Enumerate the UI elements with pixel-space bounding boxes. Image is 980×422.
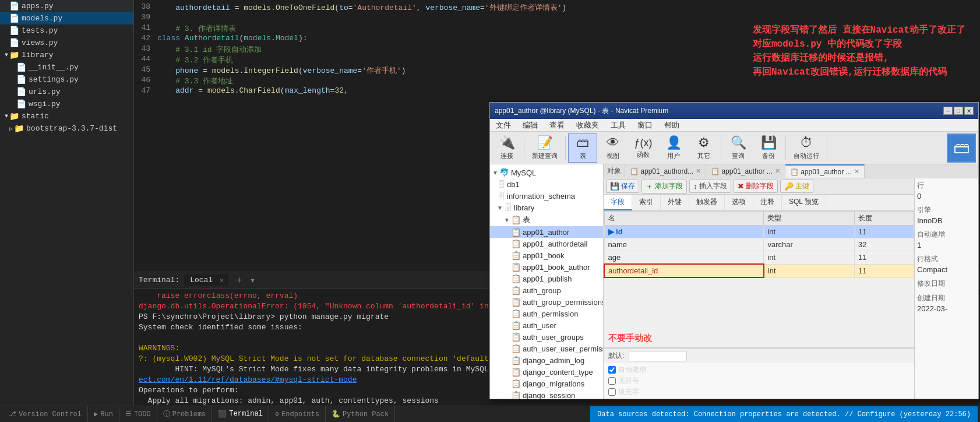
tree-item-app01-author[interactable]: 📋 app01_author [490, 226, 603, 238]
field-tab-comments[interactable]: 注释 [753, 195, 782, 210]
bottom-tab-python-pack[interactable]: 🐍 Python Pack [326, 406, 395, 423]
navicat-toolbar-new-query[interactable]: 📝 新建查询 [527, 133, 563, 163]
sidebar-item-static-folder[interactable]: ▼ 📁 static [0, 110, 133, 122]
terminal-link[interactable]: ect.com/en/1.11/ref/databases/#mysql-str… [139, 375, 357, 384]
terminal-tab-close-icon[interactable]: ✕ [220, 277, 224, 284]
navicat-toolbar-view[interactable]: 👁 视图 [598, 133, 628, 163]
tree-item-django-admin-log[interactable]: 📋 django_admin_log [490, 354, 603, 366]
navicat-menu-view[interactable]: 查看 [544, 119, 570, 131]
bottom-tab-version-control[interactable]: ⎇ Version Control [2, 406, 88, 423]
table-row-authordetail-id[interactable]: authordetail_id int 11 [604, 264, 914, 277]
tab-panel-label: 对象 [604, 164, 625, 178]
navicat-menu-help[interactable]: 帮助 [658, 119, 685, 131]
navicat-table-area: 💾 保存 ＋ 添加字段 ↕ 插入字段 ✖ 删除 [604, 178, 978, 399]
navicat-toolbar-auto-run[interactable]: ⏱ 自动运行 [788, 133, 824, 163]
tree-item-django-content-type[interactable]: 📋 django_content_type [490, 366, 603, 378]
tree-item-information-schema[interactable]: 🗄 information_schema [490, 190, 603, 202]
sidebar-item-urls-py[interactable]: 📄 urls.py [0, 86, 133, 98]
terminal-dropdown-btn[interactable]: ▾ [249, 273, 257, 287]
tree-item-django-migrations[interactable]: 📋 django_migrations [490, 378, 603, 389]
sidebar-item-wsgi-py[interactable]: 📄 wsgi.py [0, 98, 133, 110]
navicat-toolbar-table[interactable]: 🗃 表 [568, 133, 597, 163]
tree-item-auth-group-permissions[interactable]: 📋 auth_group_permissions [490, 296, 603, 308]
tree-item-auth-group[interactable]: 📋 auth_group [490, 284, 603, 296]
navicat-toolbar-function[interactable]: ƒ(x) 函数 [629, 133, 658, 163]
tree-item-auth-user-user-permissions[interactable]: 📋 auth_user_user_permissior [490, 343, 603, 354]
field-tab-index[interactable]: 索引 [632, 195, 661, 210]
field-tab-sql-preview[interactable]: SQL 预览 [782, 195, 826, 210]
navicat-menu-tools[interactable]: 工具 [605, 119, 632, 131]
field-tab-fields[interactable]: 字段 [604, 195, 632, 210]
delete-field-button[interactable]: ✖ 删除字段 [734, 180, 778, 193]
tree-item-db1[interactable]: 🗄 db1 [490, 178, 603, 190]
sidebar-item-library-folder[interactable]: ▼ 📁 library [0, 49, 133, 61]
add-field-button[interactable]: ＋ 添加字段 [641, 180, 687, 194]
tree-item-auth-user[interactable]: 📋 auth_user [490, 319, 603, 331]
sidebar-item-models-py[interactable]: 📄 models.py [0, 12, 133, 24]
table-row-id[interactable]: ▶ id int 11 [604, 226, 914, 238]
unsigned-option[interactable]: 无符号 [608, 376, 910, 386]
default-value-input[interactable] [629, 351, 687, 361]
navicat-tab-1[interactable]: 📋 app01_authord... ✕ [625, 164, 706, 178]
bottom-tab-run[interactable]: ▶ Run [88, 406, 119, 423]
sidebar-item-views-py[interactable]: 📄 views.py [0, 37, 133, 49]
navicat-maximize-btn[interactable]: □ [954, 107, 963, 115]
sidebar-item-apps-py[interactable]: 📄 apps.py [0, 0, 133, 12]
auto-increment-option[interactable]: 自动递增 [608, 365, 910, 375]
save-button[interactable]: 💾 保存 [606, 180, 639, 193]
tab-close-icon[interactable]: ✕ [696, 167, 701, 175]
bottom-tab-endpoints[interactable]: ⊕ Endpoints [269, 406, 326, 423]
tab-close-icon[interactable]: ✕ [775, 167, 780, 175]
navicat-menu-favorites[interactable]: 收藏夹 [570, 119, 605, 131]
navicat-minimize-btn[interactable]: ─ [943, 107, 953, 115]
navicat-close-btn[interactable]: ✕ [964, 107, 974, 115]
connect-icon: 🔌 [499, 135, 515, 150]
tab-close-icon[interactable]: ✕ [854, 168, 859, 175]
primary-key-button[interactable]: 🔑 主键 [780, 180, 813, 193]
tree-item-tables[interactable]: ▼ 📋 表 [490, 213, 603, 226]
navicat-toolbar-user[interactable]: 👤 用户 [659, 133, 688, 163]
navicat-tab-2[interactable]: 📋 app01_author ... ✕ [706, 164, 785, 178]
sidebar-item-bootstrap-folder[interactable]: ▷ 📁 bootstrap-3.3.7-dist [0, 122, 133, 135]
field-tab-triggers[interactable]: 触发器 [689, 195, 725, 210]
tree-item-mysql[interactable]: ▼ 🐬 MySQL [490, 167, 603, 178]
navicat-toolbar-backup[interactable]: 💾 备份 [754, 133, 783, 163]
navicat-menu-edit[interactable]: 编辑 [517, 119, 544, 131]
tree-item-auth-permission[interactable]: 📋 auth_permission [490, 308, 603, 319]
terminal-tab-local[interactable]: Local ✕ [184, 275, 230, 286]
navicat-tree[interactable]: ▼ 🐬 MySQL 🗄 db1 🗄 information_schema ▼ 🗄… [490, 164, 604, 399]
code-line: 47 addr = models.CharField(max_length=32… [134, 86, 980, 97]
sidebar-item-init-py[interactable]: 📄 __init__.py [0, 61, 133, 73]
sidebar-item-tests-py[interactable]: 📄 tests.py [0, 24, 133, 37]
tree-item-library[interactable]: ▼ 🗄 library [490, 202, 603, 213]
bottom-tab-problems[interactable]: ⓘ Problems [157, 406, 213, 423]
sidebar-item-settings-py[interactable]: 📄 settings.py [0, 73, 133, 86]
fill-zero-option[interactable]: 填充零 [608, 387, 910, 397]
fill-zero-checkbox[interactable] [608, 388, 616, 396]
table-row-age[interactable]: age int 11 [604, 251, 914, 265]
insert-field-button[interactable]: ↕ 插入字段 [689, 180, 731, 193]
tree-item-app01-book[interactable]: 📋 app01_book [490, 249, 603, 261]
tree-item-django-session[interactable]: 📋 django_session [490, 389, 603, 399]
tree-item-app01-publish[interactable]: 📋 app01_publish [490, 273, 603, 284]
terminal-add-tab-btn[interactable]: ＋ [234, 273, 245, 287]
navicat-toolbar-connect[interactable]: 🔌 连接 [492, 133, 521, 163]
navicat-toolbar-query[interactable]: 🔍 查询 [724, 133, 753, 163]
tree-item-app01-authordetail[interactable]: 📋 app01_authordetail [490, 238, 603, 249]
auto-increment-checkbox[interactable] [608, 366, 616, 374]
bottom-tab-todo[interactable]: ☰ TODO [119, 406, 157, 423]
fields-table: 名 类型 长度 ▶ id int 11 [604, 211, 914, 329]
tree-item-app01-book-author[interactable]: 📋 app01_book_author [490, 261, 603, 273]
field-tab-foreign-key[interactable]: 外键 [661, 195, 689, 210]
navicat-titlebar: app01_author @library (MySQL) - 表 - Navi… [490, 103, 978, 119]
tree-item-auth-user-groups[interactable]: 📋 auth_user_groups [490, 331, 603, 343]
navicat-menu-file[interactable]: 文件 [490, 119, 517, 131]
table-row-name[interactable]: name varchar 32 [604, 238, 914, 251]
unsigned-checkbox[interactable] [608, 377, 616, 385]
field-tab-options[interactable]: 选项 [725, 195, 753, 210]
navicat-tab-3[interactable]: 📋 app01_author ... ✕ [785, 164, 865, 178]
engine-label: 引擎 [917, 205, 976, 215]
navicat-menu-window[interactable]: 窗口 [632, 119, 658, 131]
navicat-toolbar-other[interactable]: ⚙ 其它 [689, 133, 718, 163]
bottom-tab-terminal[interactable]: ⬛ Terminal [212, 406, 269, 423]
